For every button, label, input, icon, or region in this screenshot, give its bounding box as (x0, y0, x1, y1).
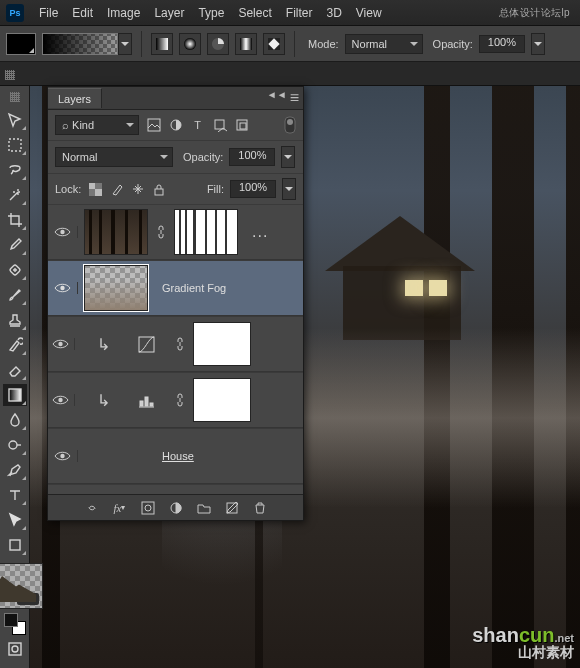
clip-indicator-icon: ↳ (97, 335, 110, 354)
layer-opacity-arrow[interactable] (281, 146, 295, 168)
layer-mask-thumbnail[interactable] (174, 209, 238, 255)
stamp-tool[interactable] (3, 309, 27, 331)
svg-rect-17 (240, 123, 246, 129)
svg-point-34 (145, 505, 151, 511)
filter-pixel-icon[interactable] (145, 117, 162, 134)
lock-position-icon[interactable] (129, 181, 146, 197)
path-select-tool[interactable] (3, 509, 27, 531)
link-icon[interactable] (156, 225, 166, 239)
shape-tool[interactable] (3, 534, 27, 556)
curves-adjust-icon[interactable] (138, 336, 155, 353)
menu-type[interactable]: Type (191, 6, 231, 20)
menu-3d[interactable]: 3D (319, 6, 348, 20)
menu-filter[interactable]: Filter (279, 6, 320, 20)
layer-thumbnail[interactable] (84, 265, 148, 311)
layer-row[interactable]: ↳ (48, 316, 303, 372)
layer-name[interactable]: Gradient Fog (156, 282, 232, 294)
link-icon[interactable] (175, 393, 185, 407)
layer-overflow-icon[interactable]: ... (246, 223, 274, 241)
layer-thumbnail[interactable] (84, 209, 148, 255)
layer-row[interactable]: ▪ House (48, 428, 303, 484)
link-layers-icon[interactable] (83, 499, 100, 516)
panel-menu-icon[interactable]: ≡ (290, 89, 299, 107)
eyedropper-tool[interactable] (3, 234, 27, 256)
tool-preset[interactable] (6, 33, 36, 55)
svg-rect-21 (89, 183, 95, 189)
gradient-diamond-icon[interactable] (263, 33, 285, 55)
visibility-icon[interactable] (52, 394, 69, 406)
gradient-angle-icon[interactable] (207, 33, 229, 55)
blur-tool[interactable] (3, 409, 27, 431)
layer-row[interactable]: Gradient Fog (48, 260, 303, 316)
layer-name[interactable]: House (156, 450, 200, 462)
filter-type-icon[interactable]: T (189, 117, 206, 134)
svg-rect-36 (227, 503, 237, 513)
move-tool[interactable] (3, 109, 27, 131)
eraser-tool[interactable] (3, 359, 27, 381)
fill-arrow[interactable] (282, 178, 296, 200)
dodge-tool[interactable] (3, 434, 27, 456)
lock-image-icon[interactable] (108, 181, 125, 197)
menu-view[interactable]: View (349, 6, 389, 20)
new-layer-icon[interactable] (223, 499, 240, 516)
tools-drag-handle[interactable] (10, 92, 20, 102)
menu-file[interactable]: File (32, 6, 65, 20)
new-adjust-icon[interactable] (167, 499, 184, 516)
visibility-icon[interactable] (52, 338, 69, 350)
gradient-linear-icon[interactable] (151, 33, 173, 55)
crop-tool[interactable] (3, 209, 27, 231)
link-icon[interactable] (175, 337, 185, 351)
gradient-radial-icon[interactable] (179, 33, 201, 55)
lock-all-icon[interactable] (150, 181, 167, 197)
menu-bar: Ps File Edit Image Layer Type Select Fil… (0, 0, 580, 26)
delete-layer-icon[interactable] (251, 499, 268, 516)
brush-tool[interactable] (3, 284, 27, 306)
healing-tool[interactable] (3, 259, 27, 281)
layer-opacity-input[interactable]: 100% (229, 148, 275, 166)
pen-tool[interactable] (3, 459, 27, 481)
layer-row[interactable]: ↳ (48, 372, 303, 428)
type-tool[interactable] (3, 484, 27, 506)
layer-row[interactable]: ... (48, 204, 303, 260)
wand-tool[interactable] (3, 184, 27, 206)
filter-shape-icon[interactable] (211, 117, 228, 134)
fill-input[interactable]: 100% (230, 180, 276, 198)
quickmask-toggle[interactable] (3, 638, 27, 660)
menu-select[interactable]: Select (231, 6, 278, 20)
menu-layer[interactable]: Layer (147, 6, 191, 20)
gradient-preview[interactable] (42, 33, 118, 55)
svg-rect-22 (95, 189, 102, 196)
gradient-picker-arrow[interactable] (118, 33, 132, 55)
visibility-icon[interactable] (54, 226, 71, 238)
menu-image[interactable]: Image (100, 6, 147, 20)
gradient-tool[interactable] (3, 384, 27, 406)
panel-collapse-icon[interactable]: ◄◄ (267, 89, 287, 107)
filter-adjust-icon[interactable] (167, 117, 184, 134)
lock-transparency-icon[interactable] (87, 181, 104, 197)
opacity-input[interactable]: 100% (479, 35, 525, 53)
filter-kind-dropdown[interactable]: ⌕ Kind (55, 115, 139, 135)
levels-adjust-icon[interactable] (138, 392, 155, 409)
visibility-icon[interactable] (54, 450, 71, 462)
history-brush-tool[interactable] (3, 334, 27, 356)
blend-mode-dropdown[interactable]: Normal (55, 147, 173, 167)
drag-handle-icon[interactable] (5, 70, 15, 80)
layers-tab[interactable]: Layers (48, 88, 102, 108)
lasso-tool[interactable] (3, 159, 27, 181)
fx-icon[interactable]: fx▾ (111, 499, 128, 516)
opacity-slider-arrow[interactable] (531, 33, 545, 55)
new-group-icon[interactable] (195, 499, 212, 516)
layer-mask-thumbnail[interactable] (193, 378, 251, 422)
svg-rect-7 (9, 389, 21, 401)
menu-edit[interactable]: Edit (65, 6, 100, 20)
mode-dropdown[interactable]: Normal (345, 34, 423, 54)
color-swatches[interactable] (4, 613, 26, 635)
marquee-tool[interactable] (3, 134, 27, 156)
visibility-icon[interactable] (54, 282, 71, 294)
filter-smart-icon[interactable] (233, 117, 250, 134)
layer-thumbnail[interactable]: ▪ (0, 563, 43, 609)
filter-switch[interactable] (284, 116, 296, 134)
gradient-reflected-icon[interactable] (235, 33, 257, 55)
layer-mask-thumbnail[interactable] (193, 322, 251, 366)
add-mask-icon[interactable] (139, 499, 156, 516)
